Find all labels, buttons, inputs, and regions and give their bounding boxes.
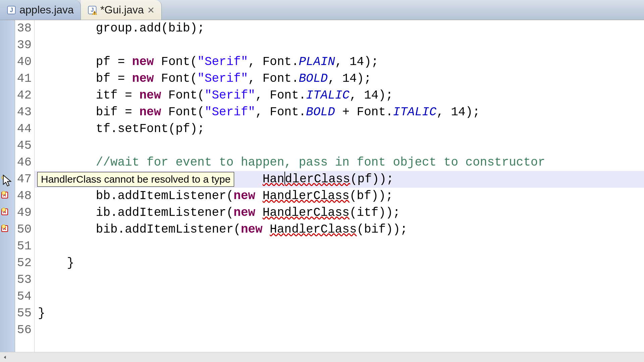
- svg-text:J: J: [10, 6, 13, 13]
- svg-marker-16: [4, 356, 6, 359]
- quickfix-icon[interactable]: [1, 207, 7, 213]
- code-line: }: [35, 255, 644, 272]
- line-number: 55: [15, 305, 34, 322]
- line-number: 47: [15, 171, 34, 188]
- code-line: tf.setFont(pf);: [35, 121, 644, 137]
- line-number-column: 38 39 40 41 42 43 44 45 46 47 48 49 50 5…: [15, 20, 35, 352]
- svg-rect-11: [3, 194, 5, 195]
- code-line: [35, 238, 644, 255]
- code-line: //wait for event to happen, pass in font…: [35, 154, 644, 171]
- line-number: 42: [15, 87, 34, 104]
- line-number: 49: [15, 204, 34, 221]
- quickfix-icon[interactable]: [1, 190, 7, 196]
- line-number: 43: [15, 104, 34, 121]
- code-line: [35, 37, 644, 54]
- svg-point-10: [2, 191, 5, 195]
- code-line: }: [35, 305, 644, 322]
- code-line: bib.addItemListener(new HandlerClass(bif…: [35, 221, 644, 238]
- code-line: bif = new Font("Serif", Font.BOLD + Font…: [35, 104, 644, 121]
- close-icon[interactable]: [147, 6, 155, 14]
- code-line: [35, 272, 644, 288]
- line-number: 48: [15, 188, 34, 204]
- line-number: 40: [15, 54, 34, 70]
- line-number: 41: [15, 70, 34, 87]
- tab-apples[interactable]: J apples.java: [0, 0, 81, 20]
- scroll-left-icon[interactable]: [0, 352, 10, 362]
- code-line: group.add(bib);: [35, 20, 644, 37]
- line-number: 52: [15, 255, 34, 272]
- tab-label: apples.java: [19, 4, 74, 16]
- line-number: 54: [15, 288, 34, 305]
- gutter: [0, 20, 15, 352]
- line-number: 39: [15, 37, 34, 54]
- editor-area: 38 39 40 41 42 43 44 45 46 47 48 49 50 5…: [0, 20, 644, 352]
- code-line: [35, 322, 644, 339]
- tab-label: *Gui.java: [100, 4, 144, 16]
- line-number: 56: [15, 322, 34, 339]
- line-number: 51: [15, 238, 34, 255]
- line-number: 38: [15, 20, 34, 37]
- svg-rect-15: [3, 228, 5, 229]
- line-number: 53: [15, 272, 34, 288]
- code-line: ib.addItemListener(new HandlerClass(itf)…: [35, 204, 644, 221]
- svg-text:!: !: [94, 11, 95, 14]
- line-number: 44: [15, 121, 34, 137]
- code-line: pf = new Font("Serif", Font.PLAIN, 14);: [35, 54, 644, 70]
- code-line: bb.addItemListener(new HandlerClass(bf))…: [35, 188, 644, 204]
- svg-point-12: [2, 208, 5, 212]
- svg-text:J: J: [91, 6, 94, 12]
- code-line: [35, 288, 644, 305]
- error-tooltip: HandlerClass cannot be resolved to a typ…: [37, 172, 234, 187]
- svg-point-14: [2, 225, 5, 228]
- tab-gui[interactable]: J! *Gui.java: [81, 0, 162, 20]
- horizontal-scrollbar[interactable]: [0, 352, 644, 362]
- java-file-warning-icon: J!: [88, 5, 97, 15]
- svg-rect-13: [3, 211, 5, 212]
- tab-bar: J apples.java J! *Gui.java: [0, 0, 644, 20]
- line-number: 45: [15, 137, 34, 154]
- text-cursor: [284, 172, 285, 184]
- line-number: 50: [15, 221, 34, 238]
- code-line: itf = new Font("Serif", Font.ITALIC, 14)…: [35, 87, 644, 104]
- code-editor[interactable]: group.add(bib); pf = new Font("Serif", F…: [35, 20, 644, 352]
- code-line: bf = new Font("Serif", Font.BOLD, 14);: [35, 70, 644, 87]
- line-number: 46: [15, 154, 34, 171]
- code-line: [35, 137, 644, 154]
- quickfix-icon[interactable]: [1, 224, 7, 230]
- mouse-cursor-icon: [2, 174, 12, 188]
- java-file-icon: J: [7, 5, 16, 15]
